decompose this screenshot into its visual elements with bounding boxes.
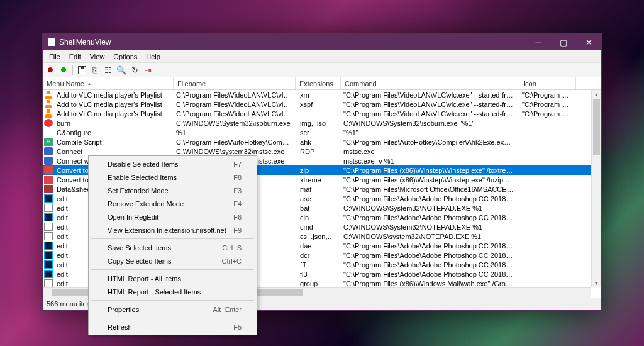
table-row[interactable]: Add to VLC media player's PlaylistC:\Pro… — [43, 99, 591, 109]
vlc-icon — [44, 109, 53, 118]
table-row[interactable]: ConnectC:\WINDOWS\system32\mstsc.exe.RDP… — [43, 147, 591, 156]
menu-item[interactable]: Remove Extended ModeF4 — [90, 197, 255, 210]
header-icon[interactable]: Icon — [519, 77, 576, 89]
menu-edit[interactable]: Edit — [65, 52, 85, 61]
menu-item[interactable]: RefreshF5 — [90, 320, 255, 333]
ps-icon — [44, 260, 53, 269]
access-icon — [44, 185, 53, 193]
menu-item[interactable]: Set Extended ModeF3 — [90, 184, 255, 197]
cell-cmd: "C:\Program Files\Adobe\Adobe Photoshop … — [340, 195, 518, 203]
cell-cmd: "%1" — [340, 129, 518, 137]
menu-item[interactable]: Save Selected ItemsCtrl+S — [90, 241, 255, 254]
disable-icon[interactable] — [45, 65, 55, 75]
menu-item-shortcut: F6 — [233, 213, 242, 221]
vlc-icon — [44, 91, 53, 99]
header-extensions[interactable]: Extensions — [296, 77, 341, 89]
cell-name: Connect — [53, 148, 172, 155]
scroll-up-arrow-icon[interactable]: ▴ — [592, 90, 601, 99]
exit-icon[interactable]: ⇥ — [143, 65, 153, 75]
cell-cmd: C:\WINDOWS\System32\NOTEPAD.EXE %1 — [340, 204, 518, 212]
table-row[interactable]: Add to VLC media player's PlaylistC:\Pro… — [43, 109, 591, 118]
menu-item-label: Open In RegEdit — [108, 213, 158, 221]
scroll-down-arrow-icon[interactable]: ▾ — [592, 279, 601, 287]
menu-separator — [91, 269, 254, 270]
cell-ext: .cmd — [294, 223, 340, 231]
menu-item[interactable]: HTML Report - Selected Items — [90, 285, 255, 298]
cell-ext: .fff — [294, 261, 340, 269]
menu-item-label: Remove Extended Mode — [108, 200, 184, 208]
menu-item-shortcut: F7 — [233, 160, 242, 168]
cell-ext: .group — [294, 280, 340, 287]
menu-item[interactable]: HTML Report - All Items — [90, 272, 255, 285]
txt-icon — [44, 223, 53, 231]
table-row[interactable]: C&onfigure%1.scr"%1" — [43, 128, 591, 137]
table-row[interactable]: Add to VLC media player's PlaylistC:\Pro… — [43, 90, 591, 99]
toolbar: ⎘ ☷ 🔍 ↻ ⇥ — [43, 62, 601, 77]
cell-iconc: "C:\Program Fi… — [518, 101, 575, 108]
find-icon[interactable]: 🔍 — [116, 65, 126, 75]
enable-icon[interactable] — [58, 65, 69, 75]
header-filename[interactable]: Filename — [174, 77, 296, 89]
menu-item-shortcut: F9 — [233, 226, 242, 234]
refresh-icon[interactable]: ↻ — [130, 65, 140, 75]
ps-icon — [44, 251, 53, 259]
menu-item[interactable]: Enable Selected ItemsF8 — [90, 170, 255, 184]
cell-name: Add to VLC media player's Playlist — [53, 91, 172, 99]
cell-cmd: mstsc.exe — [340, 148, 518, 155]
menu-item-shortcut: F8 — [233, 174, 242, 181]
window-title: ShellMenuView — [59, 38, 526, 47]
cell-file: C:\WINDOWS\system32\mstsc.exe — [172, 148, 294, 155]
sort-indicator-icon: ▴ — [88, 81, 91, 86]
table-row[interactable]: burnC:\WINDOWS\System32\isoburn.exe.img,… — [43, 118, 591, 128]
cell-iconc: "C:\Program Fi… — [518, 91, 575, 99]
winstep-icon — [44, 176, 53, 184]
cell-file: C:\Program Files\VideoLAN\VLC\vlc.exe — [172, 110, 294, 118]
vertical-scrollbar[interactable]: ▴ ▾ — [591, 90, 601, 287]
cell-ext: .xm — [294, 91, 340, 99]
menu-item-label: Copy Selected Items — [108, 257, 172, 265]
maximize-button[interactable]: ▢ — [551, 34, 576, 50]
header-command[interactable]: Command — [341, 77, 519, 89]
menu-item[interactable]: PropertiesAlt+Enter — [90, 303, 255, 316]
rd-icon — [44, 147, 53, 155]
cell-ext: .dae — [294, 242, 340, 250]
cell-file: C:\Program Files\AutoHotkey\Compiler\Ahk… — [172, 138, 294, 146]
menu-item-label: Set Extended Mode — [108, 187, 169, 194]
menu-item[interactable]: Copy Selected ItemsCtrl+C — [90, 254, 255, 267]
vlc-icon — [44, 100, 53, 108]
titlebar[interactable]: ShellMenuView ─ ▢ ✕ — [43, 34, 601, 50]
w-icon — [44, 279, 53, 287]
menubar: File Edit View Options Help — [43, 50, 601, 62]
cell-cmd: "C:\Program Files\VideoLAN\VLC\vlc.exe" … — [340, 91, 518, 99]
ps-icon — [44, 270, 53, 278]
vscroll-thumb[interactable] — [593, 99, 600, 155]
cell-file: C:\Program Files\VideoLAN\VLC\vlc.exe — [172, 101, 294, 108]
menu-item-label: Disable Selected Items — [108, 160, 179, 168]
cell-ext: .cs, .json, .resx, .s… — [294, 233, 340, 240]
ps-icon — [44, 194, 53, 203]
close-button[interactable]: ✕ — [576, 34, 601, 50]
cell-cmd: "C:\Program Files\Adobe\Adobe Photoshop … — [340, 261, 518, 269]
menu-item-label: Properties — [108, 306, 139, 313]
minimize-button[interactable]: ─ — [526, 34, 551, 50]
menu-item[interactable]: Open In RegEditF6 — [90, 210, 255, 223]
save-icon[interactable] — [77, 65, 87, 75]
copy-icon[interactable]: ⎘ — [90, 65, 100, 75]
table-row[interactable]: HCompile ScriptC:\Program Files\AutoHotk… — [43, 137, 591, 147]
rd-icon — [44, 157, 53, 165]
menu-item[interactable]: View Extension In extension.nirsoft.netF… — [90, 223, 255, 237]
menu-item[interactable]: Disable Selected ItemsF7 — [90, 157, 255, 170]
cell-cmd: "C:\Program Files\AutoHotkey\Compiler\Ah… — [340, 138, 518, 146]
header-menu-name[interactable]: Menu Name▴ — [43, 77, 174, 89]
menu-help[interactable]: Help — [142, 52, 164, 61]
properties-icon[interactable]: ☷ — [103, 65, 113, 75]
cell-ext: .img, .iso — [294, 120, 340, 127]
menu-file[interactable]: File — [45, 52, 64, 61]
menu-view[interactable]: View — [86, 52, 109, 61]
cell-file: C:\Program Files\VideoLAN\VLC\vlc.exe — [172, 91, 294, 99]
cell-ext: .ahk — [294, 138, 340, 146]
cell-ext: .xspf — [294, 101, 340, 108]
cell-cmd: "C:\Program Files\VideoLAN\VLC\vlc.exe" … — [340, 101, 518, 108]
menu-options[interactable]: Options — [109, 52, 141, 61]
menu-separator — [91, 238, 254, 239]
